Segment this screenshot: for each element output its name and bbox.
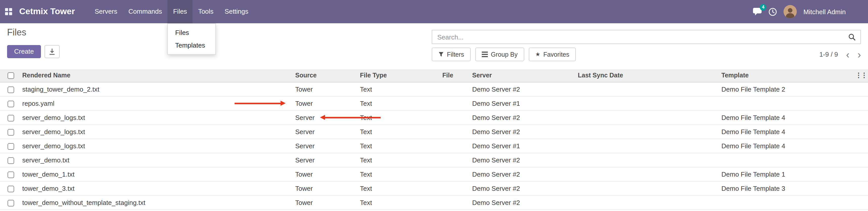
row-checkbox[interactable] bbox=[8, 171, 14, 178]
main-menu: Servers Commands Files Files Templates T… bbox=[89, 0, 254, 23]
user-photo bbox=[783, 5, 797, 18]
pager-next-button[interactable]: › bbox=[858, 49, 861, 59]
column-options-button[interactable]: ⋮⋮ bbox=[855, 70, 866, 81]
table-row[interactable]: tower_demo_without_template_staging.txt … bbox=[0, 195, 868, 209]
menu-servers[interactable]: Servers bbox=[89, 0, 123, 23]
annotation-arrow-right bbox=[235, 100, 286, 106]
group-by-button[interactable]: Group By bbox=[475, 48, 524, 61]
apps-menu-button[interactable] bbox=[0, 0, 17, 23]
cell-file bbox=[440, 167, 470, 181]
control-panel-left: Files Create bbox=[7, 27, 60, 58]
cell-template: Demo File Template 4 bbox=[719, 139, 868, 153]
cell-file bbox=[440, 124, 470, 139]
group-by-icon bbox=[482, 52, 488, 57]
app-window: Cetmix Tower Servers Commands Files File… bbox=[0, 0, 868, 211]
cell-source: Tower bbox=[293, 195, 358, 209]
cell-file bbox=[440, 110, 470, 124]
row-checkbox[interactable] bbox=[8, 86, 14, 93]
app-title[interactable]: Cetmix Tower bbox=[17, 0, 80, 23]
cell-rendered-name: server_demo_logs.txt bbox=[20, 139, 293, 153]
table-row[interactable]: server_demo_logs.txt Server Text Demo Se… bbox=[0, 124, 868, 139]
filters-label: Filters bbox=[447, 51, 464, 58]
column-header-file[interactable]: File bbox=[440, 69, 470, 82]
systray: 4 Mitchell Admin bbox=[753, 0, 868, 23]
table-header-row: Rendered Name Source File Type File Serv… bbox=[0, 69, 868, 82]
row-checkbox[interactable] bbox=[8, 100, 14, 107]
search-icon[interactable] bbox=[848, 33, 856, 43]
avatar[interactable] bbox=[783, 5, 797, 18]
row-checkbox[interactable] bbox=[8, 200, 14, 206]
column-header-rendered-name[interactable]: Rendered Name bbox=[20, 69, 293, 82]
cell-rendered-name: server_demo_logs.txt bbox=[20, 110, 293, 124]
search-input[interactable] bbox=[432, 30, 860, 43]
menu-commands[interactable]: Commands bbox=[123, 0, 167, 23]
row-checkbox[interactable] bbox=[8, 185, 14, 192]
top-navbar: Cetmix Tower Servers Commands Files File… bbox=[0, 0, 868, 23]
pager-previous-button[interactable]: ‹ bbox=[846, 49, 849, 59]
menu-files[interactable]: Files Files Templates bbox=[167, 0, 193, 23]
cell-rendered-name: server_demo_logs.txt bbox=[20, 124, 293, 139]
cell-source: Server bbox=[293, 153, 358, 167]
row-checkbox[interactable] bbox=[8, 129, 14, 135]
row-checkbox[interactable] bbox=[8, 115, 14, 121]
cell-file-type: Text bbox=[358, 195, 440, 209]
column-header-last-sync-date[interactable]: Last Sync Date bbox=[576, 69, 719, 82]
row-checkbox[interactable] bbox=[8, 157, 14, 164]
table-row[interactable]: staging_tower_demo_2.txt Tower Text Demo… bbox=[0, 82, 868, 96]
search-bar bbox=[432, 30, 861, 44]
row-checkbox[interactable] bbox=[8, 143, 14, 150]
dropdown-item-files[interactable]: Files bbox=[168, 26, 216, 39]
cell-server: Demo Server #2 bbox=[470, 110, 576, 124]
cell-file bbox=[440, 181, 470, 195]
table-row[interactable]: server_demo_logs.txt Server Text Demo Se… bbox=[0, 139, 868, 153]
export-button[interactable] bbox=[44, 45, 60, 58]
table-row[interactable]: tower_demo_1.txt Tower Text Demo Server … bbox=[0, 167, 868, 181]
activities-button[interactable] bbox=[768, 7, 777, 16]
apps-grid-icon bbox=[5, 8, 12, 15]
column-header-file-type[interactable]: File Type bbox=[358, 69, 440, 82]
menu-settings[interactable]: Settings bbox=[219, 0, 254, 23]
filter-funnel-icon bbox=[438, 52, 444, 57]
messages-badge: 4 bbox=[760, 4, 766, 11]
files-table: Rendered Name Source File Type File Serv… bbox=[0, 69, 868, 210]
table-row[interactable]: server_demo.txt Server Text Demo Server … bbox=[0, 153, 868, 167]
filters-button[interactable]: Filters bbox=[432, 48, 471, 61]
column-header-server[interactable]: Server bbox=[470, 69, 576, 82]
cell-file bbox=[440, 153, 470, 167]
cell-server: Demo Server #2 bbox=[470, 195, 576, 209]
search-options-row: Filters Group By ★ Favorites bbox=[432, 48, 861, 61]
create-button[interactable]: Create bbox=[7, 45, 41, 58]
cell-source: Tower bbox=[293, 181, 358, 195]
messages-button[interactable]: 4 bbox=[753, 8, 762, 16]
table-row[interactable]: tower_demo_3.txt Tower Text Demo Server … bbox=[0, 181, 868, 195]
cell-file-type: Text bbox=[358, 181, 440, 195]
select-all-checkbox[interactable] bbox=[8, 72, 14, 79]
cell-server: Demo Server #1 bbox=[470, 139, 576, 153]
cell-last-sync-date bbox=[576, 82, 719, 96]
cell-rendered-name: tower_demo_without_template_staging.txt bbox=[20, 195, 293, 209]
user-name[interactable]: Mitchell Admin bbox=[803, 8, 846, 16]
cell-source: Server bbox=[293, 124, 358, 139]
cell-server: Demo Server #2 bbox=[470, 167, 576, 181]
cell-template: Demo File Template 1 bbox=[719, 167, 868, 181]
menu-tools[interactable]: Tools bbox=[193, 0, 219, 23]
cell-last-sync-date bbox=[576, 167, 719, 181]
cell-file-type: Text bbox=[358, 82, 440, 96]
cell-last-sync-date bbox=[576, 139, 719, 153]
favorites-button[interactable]: ★ Favorites bbox=[529, 48, 576, 61]
table-row[interactable]: repos.yaml Tower Text Demo Server #1 bbox=[0, 96, 868, 110]
cell-file-type: Text bbox=[358, 167, 440, 181]
cell-source: Server bbox=[293, 139, 358, 153]
cell-file bbox=[440, 195, 470, 209]
column-header-source[interactable]: Source bbox=[293, 69, 358, 82]
activity-clock-icon bbox=[768, 7, 777, 16]
menu-files-label: Files bbox=[173, 8, 187, 15]
column-header-template[interactable]: Template bbox=[719, 69, 868, 82]
cell-last-sync-date bbox=[576, 181, 719, 195]
dropdown-item-templates[interactable]: Templates bbox=[168, 39, 216, 52]
cell-last-sync-date bbox=[576, 96, 719, 110]
cell-last-sync-date bbox=[576, 110, 719, 124]
table-row[interactable]: server_demo_logs.txt Server Text Demo Se… bbox=[0, 110, 868, 124]
cell-file bbox=[440, 82, 470, 96]
cell-rendered-name: server_demo.txt bbox=[20, 153, 293, 167]
